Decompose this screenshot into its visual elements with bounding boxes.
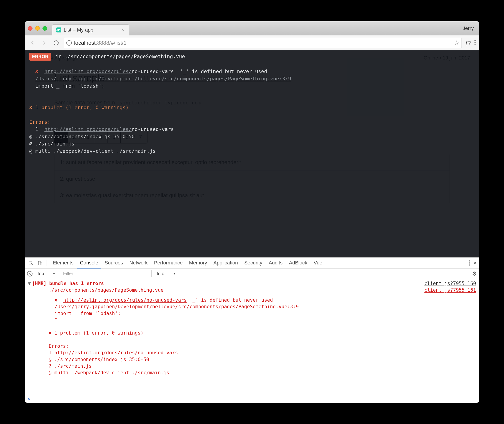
bookmark-star-icon[interactable]: ☆ bbox=[454, 39, 459, 46]
eslint-rule-link[interactable]: http://eslint.org/docs/rules/no-unused-v… bbox=[54, 350, 178, 355]
eslint-rule-name-2: no-unused-vars bbox=[132, 126, 174, 132]
build-error-overlay: ERROR in ./src/components/pages/PageSome… bbox=[25, 50, 479, 257]
console-file: ./src/components/pages/PageSomething.vue bbox=[49, 287, 164, 293]
x-icon: ✘ bbox=[55, 297, 57, 303]
console-snippet: import _ from 'lodash'; bbox=[38, 310, 476, 317]
devtools-tab-vue[interactable]: Vue bbox=[310, 257, 325, 269]
extension-button[interactable]: ƒ? bbox=[465, 40, 471, 46]
error-summary: ✘ 1 problem (1 error, 0 warnings) bbox=[29, 105, 129, 110]
devtools-tab-application[interactable]: Application bbox=[210, 257, 241, 269]
console-filter-input[interactable] bbox=[61, 270, 152, 277]
source-link[interactable]: client.js?7955:161 bbox=[424, 287, 476, 293]
browser-window: APP List – My app × Jerry i localhost:88… bbox=[25, 21, 479, 403]
device-toolbar-icon[interactable] bbox=[36, 259, 44, 267]
console-trace-line: @ ./src/main.js bbox=[38, 363, 476, 369]
console-output: ▼[HMR] bundle has 1 errors client.js?795… bbox=[25, 279, 479, 395]
log-level-select[interactable]: Info▼ bbox=[155, 270, 178, 277]
eslint-rule-msg: '_' is defined but never used bbox=[174, 69, 267, 74]
console-caret-line: ^ bbox=[38, 317, 476, 324]
tab-title: List – My app bbox=[64, 27, 118, 33]
content-area: Home Sample page List Online • 19 jun. 2… bbox=[25, 50, 479, 257]
error-stack-trace: @ ./src/components/index.js 35:0-50 @ ./… bbox=[29, 134, 156, 154]
eslint-rule-link[interactable]: http://eslint.org/docs/rules/no-unused-v… bbox=[63, 297, 187, 303]
browser-toolbar: i localhost:8888/#/list/1 ☆ ƒ? bbox=[25, 35, 479, 50]
eslint-rule-link-2[interactable]: http://eslint.org/docs/rules/ bbox=[44, 126, 132, 132]
svg-rect-1 bbox=[38, 261, 41, 265]
hmr-header: [HMR] bundle has 1 errors bbox=[32, 281, 104, 286]
collapse-caret-icon[interactable]: ▼ bbox=[28, 280, 32, 287]
console-toolbar: top▼ Info▼ ⚙ bbox=[25, 268, 479, 279]
devtools-menu-button[interactable] bbox=[469, 260, 470, 266]
forward-button[interactable] bbox=[40, 39, 48, 47]
maximize-window-button[interactable] bbox=[43, 26, 47, 31]
devtools-tab-elements[interactable]: Elements bbox=[50, 257, 77, 269]
console-file-loc: /Users/jerry.jappinen/Development/bellev… bbox=[38, 304, 476, 310]
error-badge: ERROR bbox=[29, 53, 51, 61]
tab-close-button[interactable]: × bbox=[120, 27, 125, 33]
url-path: :8888/#/list/1 bbox=[96, 40, 127, 46]
devtools-panel: ElementsConsoleSourcesNetworkPerformance… bbox=[25, 257, 479, 403]
clear-console-icon[interactable] bbox=[27, 271, 32, 276]
favicon-icon: APP bbox=[56, 27, 61, 32]
chevron-down-icon: ▼ bbox=[173, 272, 176, 275]
console-error-index: 1 bbox=[49, 350, 54, 355]
console-errors-label: Errors: bbox=[38, 343, 476, 349]
eslint-rule-msg: '_' is defined but never used bbox=[187, 297, 273, 303]
devtools-tab-adblock[interactable]: AdBlock bbox=[286, 257, 311, 269]
reload-button[interactable] bbox=[52, 39, 60, 47]
chevron-down-icon: ▼ bbox=[53, 272, 55, 275]
titlebar: APP List – My app × Jerry bbox=[25, 21, 479, 35]
devtools-tab-security[interactable]: Security bbox=[241, 257, 265, 269]
browser-tab[interactable]: APP List – My app × bbox=[52, 25, 129, 35]
devtools-tab-performance[interactable]: Performance bbox=[151, 257, 186, 269]
error-snippet: import _ from 'lodash'; bbox=[35, 83, 105, 89]
devtools-tabstrip: ElementsConsoleSourcesNetworkPerformance… bbox=[25, 258, 479, 268]
source-link[interactable]: client.js?7955:160 bbox=[424, 280, 476, 287]
devtools-tab-console[interactable]: Console bbox=[77, 257, 102, 269]
error-file-loc[interactable]: /Users/jerry.jappinen/Development/bellev… bbox=[35, 76, 291, 81]
svg-rect-2 bbox=[40, 262, 42, 265]
site-info-icon[interactable]: i bbox=[66, 40, 72, 46]
level-label: Info bbox=[157, 271, 164, 276]
error-index: 1 bbox=[29, 126, 44, 132]
url-host: localhost bbox=[74, 40, 96, 46]
errors-label: Errors: bbox=[29, 119, 51, 125]
address-bar[interactable]: i localhost:8888/#/list/1 ☆ bbox=[64, 38, 462, 48]
browser-menu-button[interactable] bbox=[474, 40, 476, 45]
console-settings-icon[interactable]: ⚙ bbox=[472, 271, 477, 277]
eslint-rule-name: no-unused-vars bbox=[132, 69, 174, 74]
console-trace-line: @ ./src/components/index.js 35:0-50 bbox=[38, 356, 476, 363]
minimize-window-button[interactable] bbox=[35, 26, 40, 31]
error-in-path: in ./src/components/pages/PageSomething.… bbox=[52, 54, 185, 59]
context-select[interactable]: top▼ bbox=[36, 270, 57, 277]
close-window-button[interactable] bbox=[28, 26, 32, 31]
devtools-tab-audits[interactable]: Audits bbox=[265, 257, 286, 269]
devtools-tab-memory[interactable]: Memory bbox=[186, 257, 210, 269]
x-icon: ✘ bbox=[35, 69, 38, 74]
console-trace-line: @ multi ./webpack/dev-client ./src/main.… bbox=[38, 369, 476, 376]
eslint-rule-link[interactable]: http://eslint.org/docs/rules/ bbox=[44, 69, 132, 74]
profile-label[interactable]: Jerry bbox=[463, 25, 474, 31]
console-summary: ✘ 1 problem (1 error, 0 warnings) bbox=[38, 330, 476, 336]
console-prompt[interactable]: > bbox=[25, 395, 479, 403]
context-label: top bbox=[38, 271, 44, 276]
devtools-close-button[interactable]: × bbox=[473, 259, 477, 267]
window-controls bbox=[28, 26, 47, 31]
back-button[interactable] bbox=[28, 39, 37, 47]
devtools-tab-sources[interactable]: Sources bbox=[101, 257, 126, 269]
devtools-tab-network[interactable]: Network bbox=[126, 257, 151, 269]
inspect-element-icon[interactable] bbox=[27, 259, 35, 267]
